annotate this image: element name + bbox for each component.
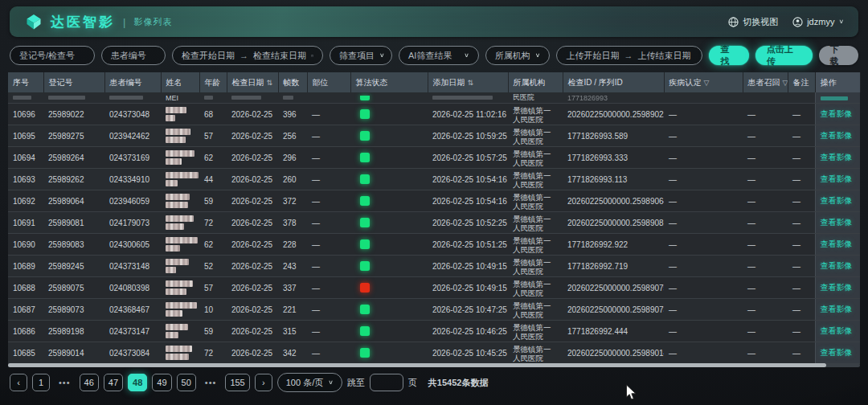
cell-status [350,277,428,299]
masked-name-mosaic [166,194,194,208]
page-button-47[interactable]: 47 [104,374,123,391]
patient-no-input[interactable] [111,51,156,60]
view-image-link[interactable]: 查看影像 [821,305,853,313]
view-image-link[interactable]: 查看影像 [821,218,853,227]
view-image-link[interactable]: 查看影像 [821,196,853,205]
cell-add-date: 2026-02-25 10:46:25 [428,321,508,342]
jump-suffix-label: 页 [408,377,417,389]
col-add-date[interactable]: 添加日期⇅ [428,72,508,92]
filter-funnel-icon[interactable]: ▽ [783,79,788,87]
prev-page-button[interactable]: ‹ [10,374,27,391]
cell-recall: — [743,147,788,169]
mosaic-line-2 [166,354,189,360]
switch-view-button[interactable]: 切换视图 [728,16,778,28]
user-menu[interactable]: jdzmyy ∨ [792,17,844,27]
ai-result-select[interactable]: AI筛查结果 ∨ [399,46,479,65]
mosaic-line-2 [166,245,180,252]
cell-exam-id: 20260225000000.25989073 [563,299,664,321]
mouse-cursor [625,384,637,401]
masked-name-mosaic [166,215,194,230]
page-button-46[interactable]: 46 [80,374,99,391]
cell-serial: 10692 [8,190,43,212]
cell-exam-date: 2026-02-25 [227,147,278,169]
cell-exam-id: 20260225000000.25989064 [563,190,664,212]
cell-patient-no: 024373148 [104,256,161,277]
cell-patient-no: 024334910 [104,169,161,190]
jump-page-input[interactable] [370,374,403,391]
cell-serial: 10687 [8,299,43,321]
col-recall[interactable]: 患者召回▽ [743,72,788,92]
view-image-link[interactable]: 查看影像 [821,153,853,162]
horizontal-scrollbar[interactable] [8,363,860,367]
next-page-button[interactable]: › [255,374,272,391]
cell-status [350,147,428,169]
view-image-link[interactable]: 查看影像 [821,174,853,183]
cell-status [350,125,428,147]
view-image-link[interactable]: 查看影像 [821,348,853,357]
page-button-50[interactable]: 50 [177,374,196,391]
view-image-link[interactable]: 查看影像 [821,326,853,335]
view-image-link[interactable]: 查看影像 [821,239,853,248]
cell-remark: — [788,277,815,299]
sort-icon[interactable]: ⇅ [267,79,273,87]
sort-icon[interactable]: ⇅ [468,79,474,87]
cell-patient-no [104,92,161,104]
upload-button[interactable]: 点击上传 [755,46,813,65]
range-arrow-icon: → [624,51,633,60]
org-select[interactable]: 所属机构 ∨ [485,46,551,65]
cell-exam-date: 2026-02-25 [227,169,278,190]
cell-frames: 296 [278,147,307,169]
cell-name [161,190,199,212]
page-button-49[interactable]: 49 [152,374,171,391]
status-square [360,348,370,358]
horizontal-scrollbar-thumb[interactable] [8,363,826,367]
cell-recall: — [743,256,788,277]
cell-reg-no: 25989075 [43,277,104,299]
col-exam-date[interactable]: 检查日期⇅ [227,72,278,92]
cell-status [350,342,428,364]
view-image-link[interactable]: 查看影像 [821,283,853,292]
col-patient-no: 患者编号 [104,72,161,92]
table-header-row: 序号 登记号 患者编号 姓名 年龄 检查日期⇅ 帧数 部位 算法状态 添加日期⇅… [8,72,860,92]
cell-exam-date: 2026-02-25 [227,299,278,321]
download-button[interactable]: 下载 [819,46,858,65]
select-caret-icon: ∨ [464,52,469,59]
table-row: 10685 25989014 024373084 72 2026-02-25 3… [8,342,860,364]
cell-exam-id: 20260225000000.25989022 [563,104,664,125]
search-button[interactable]: 查找 [709,46,748,65]
mosaic-line-1 [166,259,189,265]
reg-no-search-field[interactable] [10,46,95,65]
cell-remark: — [788,256,815,277]
cell-frames: 337 [278,277,307,299]
reg-no-input[interactable] [19,51,85,60]
cell-operation: 查看影像 [815,299,860,321]
view-image-link[interactable]: 查看影像 [821,261,853,270]
page-button-1[interactable]: 1 [32,374,50,391]
cell-remark: — [788,321,815,342]
cell-name [161,212,199,234]
cell-operation: 查看影像 [815,147,860,169]
cell-operation: 查看影像 [815,212,860,234]
page-button-48[interactable]: 48 [128,374,147,391]
cell-operation: 查看影像 [815,125,860,147]
cell-part [307,92,350,104]
col-disease[interactable]: 疾病认定▽ [664,72,743,92]
view-image-link[interactable]: 查看影像 [821,109,853,118]
screening-item-select[interactable]: 筛查项目 ∨ [330,46,392,65]
cell-name [161,234,199,256]
status-square [360,305,370,314]
table-row: 10692 25989064 023946059 59 2026-02-25 3… [8,190,860,212]
cell-serial: 10696 [8,104,43,125]
cell-frames: 243 [278,256,307,277]
page-button-155[interactable]: 155 [225,374,249,391]
exam-date-range-picker[interactable]: 检查开始日期 → 检查结束日期 [172,46,323,65]
pagination-ellipsis: ••• [201,374,221,391]
page-size-select[interactable]: 100 条/页 ∨ [277,373,342,392]
patient-no-search-field[interactable] [101,46,166,65]
cell-exam-date: 2026-02-25 [227,104,278,125]
status-square [360,326,370,336]
app-logo-icon [24,12,43,31]
upload-date-range-picker[interactable]: 上传开始日期 → 上传结束日期 [556,46,702,65]
filter-funnel-icon[interactable]: ▽ [704,79,710,87]
view-image-link[interactable]: 查看影像 [821,131,853,140]
